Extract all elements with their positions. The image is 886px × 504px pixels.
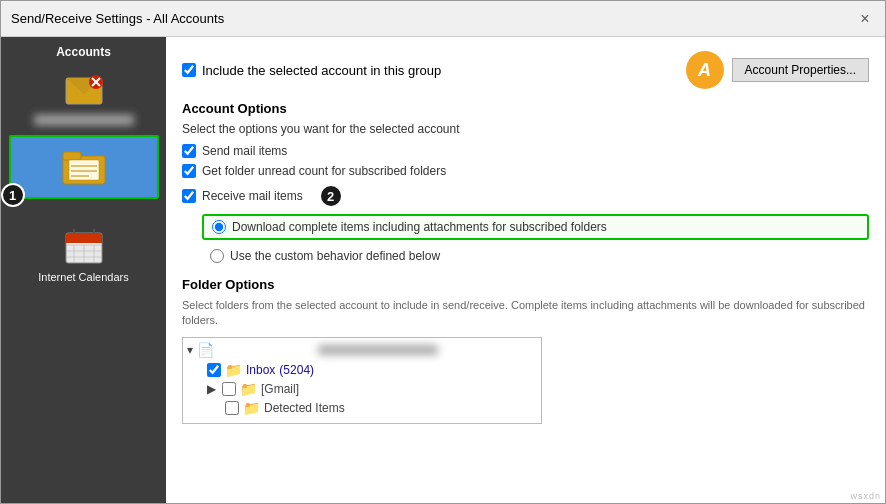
radio-group: Download complete items including attach… <box>202 214 869 267</box>
svg-rect-7 <box>69 160 99 180</box>
gmail-label: [Gmail] <box>261 382 299 396</box>
sidebar-heading: Accounts <box>56 45 111 59</box>
option-get-folder: Get folder unread count for subscribed f… <box>182 164 869 178</box>
gmail-folder-icon: 📁 <box>240 381 257 397</box>
sidebar-item-internet-calendars[interactable]: Internet Calendars <box>9 221 159 287</box>
detected-folder-icon: 📁 <box>243 400 260 416</box>
sidebar-item-account-1[interactable] <box>9 67 159 131</box>
inbox-label: Inbox <box>246 363 275 377</box>
annotation-circle-2: 2 <box>319 184 343 208</box>
folder-tree: ▾ 📄 📁 Inbox (5204) ▶ 📁 [Gmail] <box>182 337 542 424</box>
tree-item-detected: 📁 Detected Items <box>207 400 537 416</box>
get-folder-checkbox[interactable] <box>182 164 196 178</box>
email-account-icon <box>60 71 108 113</box>
folder-options-heading: Folder Options <box>182 277 869 292</box>
tree-expand-gmail[interactable]: ▶ <box>207 382 216 396</box>
sidebar-item-account-2[interactable]: 1 <box>9 135 159 199</box>
account-options-desc: Select the options you want for the sele… <box>182 122 869 136</box>
close-button[interactable]: × <box>855 9 875 29</box>
custom-behavior-radio[interactable] <box>210 249 224 263</box>
inbox-checkbox[interactable] <box>207 363 221 377</box>
svg-rect-6 <box>63 152 81 160</box>
download-complete-radio[interactable] <box>212 220 226 234</box>
option-receive-mail: Receive mail items 2 <box>182 184 869 208</box>
detected-checkbox[interactable] <box>225 401 239 415</box>
title-bar: Send/Receive Settings - All Accounts × <box>1 1 885 37</box>
receive-mail-label: Receive mail items <box>202 189 303 203</box>
sidebar: Accounts <box>1 37 166 503</box>
folder-options-desc: Select folders from the selected account… <box>182 298 869 329</box>
svg-rect-13 <box>66 239 102 243</box>
window-title: Send/Receive Settings - All Accounts <box>11 11 224 26</box>
root-account-name <box>318 345 438 355</box>
content-area: Accounts <box>1 37 885 503</box>
account-options-heading: Account Options <box>182 101 869 116</box>
root-folder-icon: 📄 <box>197 342 214 358</box>
option-send-mail: Send mail items <box>182 144 869 158</box>
receive-mail-checkbox[interactable] <box>182 189 196 203</box>
inbox-folder-icon: 📁 <box>225 362 242 378</box>
radio-download-complete[interactable]: Download complete items including attach… <box>202 214 869 240</box>
account-1-name <box>34 115 134 125</box>
tree-root: ▾ 📄 <box>187 342 537 358</box>
include-account-checkbox[interactable] <box>182 63 196 77</box>
include-row: Include the selected account in this gro… <box>182 63 441 78</box>
main-window: Send/Receive Settings - All Accounts × A… <box>0 0 886 504</box>
gmail-checkbox[interactable] <box>222 382 236 396</box>
annotation-circle-1: 1 <box>1 183 25 207</box>
main-panel: Include the selected account in this gro… <box>166 37 885 503</box>
custom-behavior-label: Use the custom behavior defined below <box>230 249 440 263</box>
get-folder-label: Get folder unread count for subscribed f… <box>202 164 446 178</box>
radio-custom-behavior[interactable]: Use the custom behavior defined below <box>202 245 869 267</box>
tree-item-inbox: 📁 Inbox (5204) <box>207 362 537 378</box>
send-mail-checkbox[interactable] <box>182 144 196 158</box>
watermark-logo: wsxdn <box>850 491 881 501</box>
tree-expand-root[interactable]: ▾ <box>187 343 193 357</box>
download-complete-label: Download complete items including attach… <box>232 220 607 234</box>
send-mail-label: Send mail items <box>202 144 287 158</box>
inbox-count: (5204) <box>279 363 314 377</box>
folder-account-icon <box>58 143 110 191</box>
internet-calendars-label: Internet Calendars <box>38 271 129 283</box>
detected-label: Detected Items <box>264 401 345 415</box>
tree-item-gmail: ▶ 📁 [Gmail] <box>207 381 537 397</box>
include-account-label: Include the selected account in this gro… <box>202 63 441 78</box>
top-row: Include the selected account in this gro… <box>182 51 869 89</box>
mascot-icon: A <box>686 51 724 89</box>
calendar-icon <box>60 225 108 267</box>
account-properties-button[interactable]: Account Properties... <box>732 58 869 82</box>
